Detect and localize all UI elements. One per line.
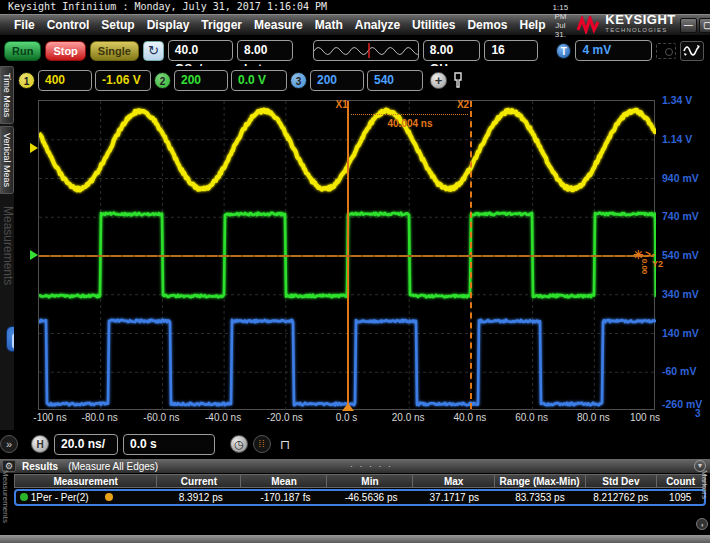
channel-1-scale-field[interactable]: 400 mV/ [38,70,92,91]
column-header[interactable]: Max [413,474,494,488]
x-tick-label: -100 ns [33,412,66,423]
cursor-x2-label: X2 [457,99,469,110]
y-tick-label: 940 mV [662,172,699,184]
maximize-button[interactable]: ▢ [699,18,710,33]
trigger-position-icon[interactable] [342,403,354,411]
menu-math[interactable]: Math [309,18,349,32]
column-header[interactable]: Min [327,474,413,488]
panel-drag-dots-icon[interactable]: · · · · · [350,461,393,471]
channel-bar: 1400 mV/-1.06 V2200 mV/0.0 V3200 mV/540 … [14,66,710,94]
results-header[interactable]: ⚙ Results (Measure All Edges) · · · · · … [0,459,710,473]
memory-depth-field[interactable]: 8.00 kpts [237,40,293,61]
channel-2-scale-field[interactable]: 200 mV/ [174,70,228,91]
delay-dial-icon[interactable]: ◷ [230,435,248,453]
x-tick-label: -20.0 ns [267,412,303,423]
channel-2-ground-marker-icon[interactable] [30,250,38,260]
channel-1-ground-marker-icon[interactable] [30,143,38,153]
waveform-tools-icon[interactable] [680,41,704,61]
cursor-delta-line [351,114,468,115]
std-dev-cell: 8.212762 ps [585,491,656,505]
y-tick-label: 340 mV [662,288,699,300]
y-axis-channel-indicator: 3 [695,408,701,419]
preview-waveform-icon [314,41,419,60]
trigger-icon[interactable]: T [556,43,571,59]
x-tick-label: 60.0 ns [515,412,548,423]
menu-measure[interactable]: Measure [248,18,309,32]
channel-1-offset-field[interactable]: -1.06 V [95,70,151,91]
menu-analyze[interactable]: Analyze [349,18,406,32]
expand-panel-icon[interactable]: » [0,435,18,453]
horizontal-icon[interactable]: H [31,435,49,453]
x-tick-label: 0.0 s [336,412,358,423]
pin-icon[interactable]: ⊓ [280,437,290,452]
bits-field[interactable]: 16 [484,40,538,61]
column-header[interactable]: Current [157,474,241,488]
keysight-logo: KEYSIGHT TECHNOLOGIES [577,15,675,35]
x-tick-label: -60.0 ns [143,412,179,423]
channel-3-icon[interactable]: 3 [290,72,307,89]
reference-point-icon[interactable]: ⁞⁞ [253,435,271,453]
add-waveform-icon[interactable]: + [430,72,447,89]
channel-2-offset-field[interactable]: 0.0 V [231,70,287,91]
sample-rate-field[interactable]: 40.0 GSa/s [168,40,233,61]
acquisition-preview[interactable] [313,40,419,61]
y-tick-label: 540 mV [662,249,699,261]
measurements-side-tab[interactable]: Measurements [1,470,10,523]
menu-utilities[interactable]: Utilities [406,18,461,32]
channel-3-scale-field[interactable]: 200 mV/ [310,70,364,91]
menu-help[interactable]: Help [513,18,551,32]
results-table-row[interactable]: 1Per - Per(2) 8.3912 ps-170.187 fs-46.56… [14,489,706,506]
column-header[interactable]: Mean [241,474,327,488]
horizontal-position-field[interactable]: 0.0 s [123,434,215,455]
keysight-spark-icon [577,16,601,34]
waveform-plot[interactable]: X1 X2 40.004 ns ✳ > -Y2 0.00 [38,100,655,410]
menu-trigger[interactable]: Trigger [195,18,248,32]
x-tick-label: 80.0 ns [577,412,610,423]
run-button[interactable]: Run [4,41,41,61]
column-header[interactable]: Range (Max-Min) [495,474,586,488]
markers-side-tab[interactable]: Markers [700,470,709,499]
clear-display-icon[interactable]: ↻ [143,41,164,61]
max-cell: 37.1717 ps [414,491,495,505]
probe-icon[interactable] [452,71,464,89]
channel-2-icon[interactable]: 2 [154,72,171,89]
bandwidth-field[interactable]: 8.00 GHz [423,40,481,61]
column-header[interactable]: Count [657,474,705,488]
x-axis-labels: -100 ns-80.0 ns-60.0 ns-40.0 ns-20.0 ns0… [38,412,655,426]
trigger-level-field[interactable]: 4 mV [575,40,652,61]
menu-display[interactable]: Display [141,18,196,32]
y-tick-label: -60 mV [662,365,696,377]
zoom-region-icon[interactable] [656,43,676,59]
cursor-delta-value: 40.004 ns [388,118,433,129]
measurement-warning-icon [105,493,113,501]
menu-demos[interactable]: Demos [461,18,513,32]
brand-subtitle: TECHNOLOGIES [605,25,675,35]
measurement-status-icon [20,493,28,501]
timebase-field[interactable]: 20.0 ns/ [54,434,118,455]
y-tick-label: 140 mV [662,327,699,339]
menu-setup[interactable]: Setup [95,18,140,32]
marker-y2-line[interactable] [39,255,654,257]
window-title: Keysight Infiniium : Monday, July 31, 20… [8,1,327,12]
y-tick-label: 740 mV [662,210,699,222]
cursor-x1-label: X1 [336,99,348,110]
channel-3-offset-field[interactable]: 540 mV [367,70,423,91]
menu-items: FileControlSetupDisplayTriggerMeasureMat… [0,18,551,32]
channel-1-icon[interactable]: 1 [18,72,35,89]
menu-control[interactable]: Control [41,18,96,32]
stop-button[interactable]: Stop [45,41,85,61]
y-tick-label: 1.14 V [662,133,692,145]
tab-vertical-meas[interactable]: Vertical Meas [0,126,14,194]
acquisition-toolbar: Run Stop Single ↻ 40.0 GSa/s 8.00 kpts 8… [0,37,710,64]
column-header[interactable]: Std Dev [586,474,658,488]
y-axis-labels: 1.34 V1.14 V940 mV740 mV540 mV340 mV140 … [662,94,710,416]
single-button[interactable]: Single [90,41,139,61]
column-header[interactable]: Measurement [14,474,157,488]
scope-display: X1 X2 40.004 ns ✳ > -Y2 0.00 -100 ns-80.… [14,94,710,428]
results-subtitle: (Measure All Edges) [68,461,158,472]
minimize-button[interactable]: — [680,18,697,33]
range-cell: 83.7353 ps [495,491,585,505]
menu-file[interactable]: File [8,18,41,32]
panel-resize-icon[interactable]: ◖ [696,518,708,530]
tab-time-meas[interactable]: Time Meas [0,66,14,124]
